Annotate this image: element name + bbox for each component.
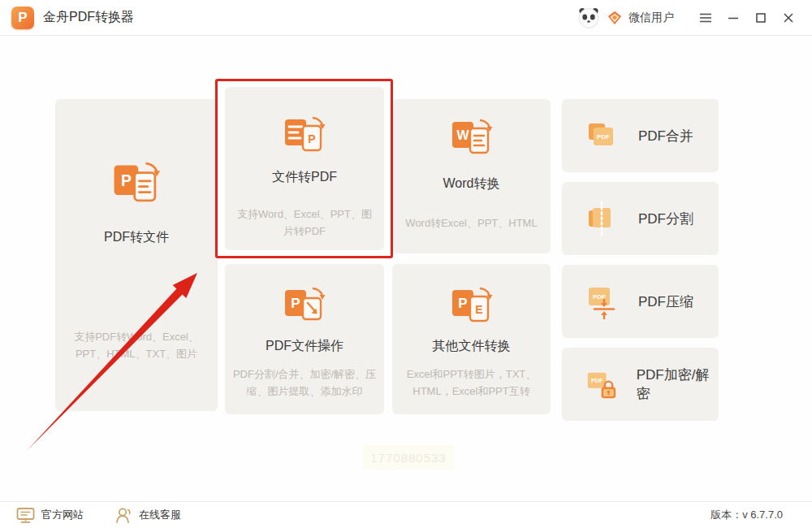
pdf-to-file-icon: P <box>110 156 162 208</box>
pdf-compress-icon: PDF <box>585 283 620 319</box>
other-convert-icon: P E <box>449 282 495 327</box>
file-to-pdf-icon: P <box>282 111 327 157</box>
icon-letter: P <box>291 296 300 311</box>
card-description: Excel和PPT转图片，TXT、HTML，Excel和PPT互转 <box>398 366 546 400</box>
card-pdf-operations[interactable]: P PDF文件操作 PDF分割/合并、加密/解密、压缩、图片提取、添加水印 <box>225 264 384 414</box>
card-pdf-compress[interactable]: PDF PDF压缩 <box>562 265 719 338</box>
card-title: PDF合并 <box>638 127 693 145</box>
card-pdf-to-file[interactable]: P PDF转文件 支持PDF转Word、Excel、PPT、HTML、TXT、图… <box>55 99 218 411</box>
icon-letter: P <box>121 171 132 189</box>
maximize-icon <box>754 11 767 24</box>
app-title: 金舟PDF转换器 <box>43 9 134 26</box>
official-site-label: 官方网站 <box>41 508 84 522</box>
version-label: 版本：v 6.7.7.0 <box>710 508 783 522</box>
card-pdf-encrypt[interactable]: PDF PDF加密/解密 <box>562 348 719 421</box>
icon-letter: E <box>475 303 482 316</box>
hamburger-icon <box>698 11 713 25</box>
customer-service-icon <box>114 507 132 524</box>
footer-bar: 官方网站 在线客服 版本：v 6.7.7.0 <box>0 501 812 528</box>
card-other-convert[interactable]: P E 其他文件转换 Excel和PPT转图片，TXT、HTML，Excel和P… <box>392 264 551 414</box>
card-title: PDF转文件 <box>104 229 169 246</box>
pdf-merge-icon: PDF <box>585 118 620 154</box>
app-window: P 金舟PDF转换器 微信用户 <box>0 0 812 528</box>
app-logo-letter: P <box>18 10 27 26</box>
panda-avatar-icon <box>577 6 600 29</box>
card-title: Word转换 <box>443 175 500 193</box>
card-pdf-split[interactable]: PDF分割 <box>562 182 719 255</box>
card-description: 支持Word、Excel、PPT、图片转PDF <box>232 206 377 240</box>
icon-letter: W <box>456 128 469 142</box>
user-avatar[interactable] <box>577 6 600 29</box>
watermark: 1770880533 <box>363 445 454 470</box>
menu-button[interactable] <box>693 6 718 29</box>
icon-letter: P <box>308 132 315 145</box>
word-convert-icon: W <box>449 114 495 159</box>
close-button[interactable] <box>776 6 801 29</box>
card-word-convert[interactable]: W Word转换 Word转Excel、PPT、HTML <box>392 99 551 253</box>
card-title: PDF压缩 <box>638 292 693 311</box>
card-pdf-merge[interactable]: PDF PDF合并 <box>562 99 719 172</box>
vip-badge-icon <box>607 11 622 25</box>
card-description: Word转Excel、PPT、HTML <box>395 214 549 232</box>
minimize-button[interactable] <box>721 6 745 29</box>
card-description: 支持PDF转Word、Excel、PPT、HTML、TXT、图片 <box>62 328 211 362</box>
icon-label: PDF <box>591 378 603 384</box>
official-site-link[interactable]: 官方网站 <box>16 507 84 524</box>
maximize-button[interactable] <box>749 6 773 29</box>
app-logo-icon: P <box>11 6 34 29</box>
pdf-operations-icon: P <box>282 282 327 327</box>
monitor-icon <box>16 507 35 524</box>
icon-letter: P <box>458 296 467 311</box>
username-label[interactable]: 微信用户 <box>628 11 674 25</box>
close-icon <box>782 11 795 24</box>
pdf-split-icon <box>585 201 620 236</box>
card-file-to-pdf[interactable]: P 文件转PDF 支持Word、Excel、PPT、图片转PDF <box>225 87 384 250</box>
title-bar: P 金舟PDF转换器 微信用户 <box>0 0 812 36</box>
card-title: PDF文件操作 <box>266 338 343 355</box>
online-support-link[interactable]: 在线客服 <box>114 507 181 524</box>
card-title: PDF加密/解密 <box>637 366 719 403</box>
pdf-encrypt-icon: PDF <box>585 366 619 402</box>
icon-label: PDF <box>597 133 610 141</box>
minimize-icon <box>727 11 740 24</box>
card-title: PDF分割 <box>638 210 693 228</box>
online-support-label: 在线客服 <box>139 508 181 522</box>
card-description: PDF分割/合并、加密/解密、压缩、图片提取、添加水印 <box>231 366 378 400</box>
card-title: 文件转PDF <box>272 169 337 186</box>
card-title: 其他文件转换 <box>433 338 511 355</box>
